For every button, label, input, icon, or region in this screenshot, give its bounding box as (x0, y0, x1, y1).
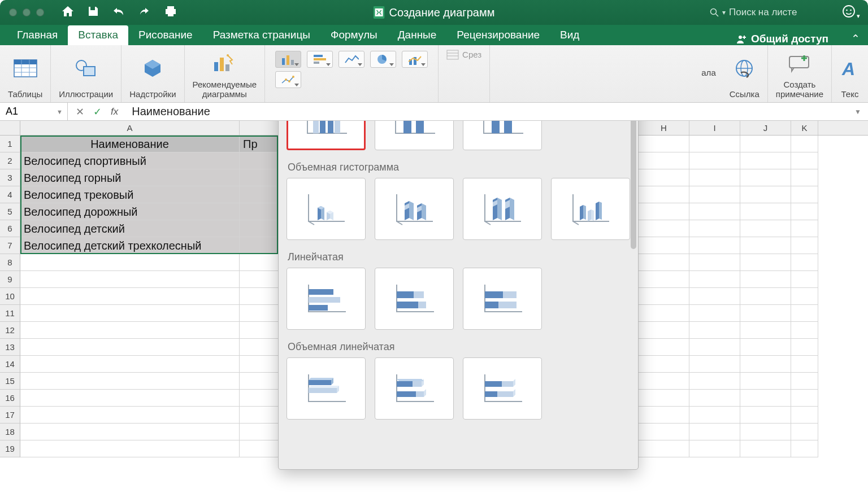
chart-option-3d-column[interactable] (551, 178, 630, 240)
cell[interactable] (740, 169, 791, 186)
ribbon-group-addins[interactable]: Надстройки (121, 45, 184, 102)
cell[interactable]: Велосипед дорожный (20, 203, 240, 220)
feedback-icon[interactable]: ▾ (842, 5, 860, 20)
cell[interactable] (639, 220, 689, 237)
cell[interactable] (240, 407, 279, 424)
cell[interactable] (639, 271, 689, 288)
combo-chart-button[interactable] (402, 51, 428, 68)
cell[interactable] (740, 305, 791, 322)
cell[interactable] (791, 339, 818, 356)
pie-chart-button[interactable] (370, 51, 396, 68)
col-header-H[interactable]: H (639, 121, 689, 135)
select-all-corner[interactable] (0, 121, 20, 135)
cell[interactable] (20, 407, 240, 424)
cell[interactable] (791, 254, 818, 271)
col-header-B[interactable] (240, 121, 279, 135)
cell[interactable] (740, 237, 791, 254)
cell[interactable] (639, 169, 689, 186)
cell[interactable] (740, 356, 791, 373)
cell[interactable] (240, 220, 279, 237)
cell[interactable] (791, 152, 818, 169)
cell[interactable]: Наименование (20, 136, 240, 152)
cell[interactable] (689, 407, 740, 424)
cell[interactable] (791, 271, 818, 288)
cell[interactable] (791, 288, 818, 305)
cell[interactable] (740, 407, 791, 424)
cell[interactable] (639, 339, 689, 356)
chart-option-clustered-column[interactable] (287, 121, 366, 150)
name-box[interactable]: A1▼ (0, 103, 68, 120)
tab-page-layout[interactable]: Разметка страницы (203, 25, 320, 45)
cell[interactable] (740, 254, 791, 271)
cell[interactable] (689, 322, 740, 339)
print-icon[interactable] (164, 5, 177, 20)
line-chart-button[interactable] (338, 51, 364, 68)
cell[interactable] (740, 390, 791, 407)
cell[interactable] (20, 271, 240, 288)
cell[interactable] (20, 254, 240, 271)
cell[interactable] (639, 373, 689, 390)
ribbon-group-recommended-charts[interactable]: Рекомендуемые диаграммы (185, 45, 266, 102)
chart-option-3d-stacked-bar[interactable] (375, 357, 454, 420)
cell[interactable] (791, 203, 818, 220)
cell[interactable] (689, 169, 740, 186)
chart-option-3d-clustered-bar[interactable] (287, 357, 366, 420)
tab-home[interactable]: Главная (7, 25, 68, 45)
cell[interactable] (639, 237, 689, 254)
cell[interactable] (639, 440, 689, 457)
cell[interactable] (20, 339, 240, 356)
spreadsheet-grid[interactable]: A H I J K 1НаименованиеПр2Велосипед спор… (0, 121, 868, 502)
row-header[interactable]: 13 (0, 339, 20, 356)
cell[interactable] (240, 339, 279, 356)
cell[interactable] (240, 288, 279, 305)
cell[interactable] (791, 237, 818, 254)
cell[interactable] (740, 424, 791, 440)
cell[interactable] (740, 339, 791, 356)
bar-chart-button[interactable] (307, 51, 333, 68)
row-header[interactable]: 4 (0, 186, 20, 203)
chart-option-clustered-bar[interactable] (287, 268, 366, 330)
cell[interactable] (240, 305, 279, 322)
chart-option-stacked-bar[interactable] (375, 268, 454, 330)
cell[interactable] (639, 322, 689, 339)
cell[interactable] (639, 136, 689, 152)
scatter-chart-button[interactable] (275, 71, 301, 88)
row-header[interactable]: 11 (0, 305, 20, 322)
cell[interactable] (791, 356, 818, 373)
chart-option-3d-100-stacked-column[interactable] (463, 178, 542, 240)
cell[interactable] (240, 424, 279, 440)
cell[interactable] (791, 390, 818, 407)
cell[interactable] (791, 440, 818, 457)
cell[interactable] (791, 322, 818, 339)
cell[interactable] (639, 152, 689, 169)
row-header[interactable]: 1 (0, 136, 20, 152)
cell[interactable] (240, 271, 279, 288)
cell[interactable] (240, 322, 279, 339)
cell[interactable] (689, 424, 740, 440)
cell[interactable] (740, 440, 791, 457)
fx-icon[interactable]: fx (111, 106, 118, 117)
cell[interactable] (20, 305, 240, 322)
row-header[interactable]: 6 (0, 220, 20, 237)
cell[interactable]: Пр (240, 136, 279, 152)
enter-icon[interactable]: ✓ (93, 106, 102, 118)
cell[interactable] (689, 152, 740, 169)
cancel-icon[interactable]: ✕ (76, 106, 84, 118)
cell[interactable] (740, 220, 791, 237)
undo-icon[interactable] (112, 6, 125, 19)
cell[interactable] (240, 203, 279, 220)
cell[interactable] (20, 424, 240, 440)
row-header[interactable]: 14 (0, 356, 20, 373)
redo-icon[interactable] (138, 6, 151, 19)
cell[interactable] (689, 186, 740, 203)
chart-option-3d-stacked-column[interactable] (375, 178, 454, 240)
cell[interactable] (740, 136, 791, 152)
cell[interactable] (639, 254, 689, 271)
cell[interactable] (240, 440, 279, 457)
cell[interactable] (791, 136, 818, 152)
formula-input[interactable]: Наименование (126, 105, 854, 118)
cell[interactable] (639, 407, 689, 424)
cell[interactable] (639, 390, 689, 407)
tab-data[interactable]: Данные (388, 25, 447, 45)
collapse-ribbon-icon[interactable]: ⌃ (851, 32, 860, 45)
